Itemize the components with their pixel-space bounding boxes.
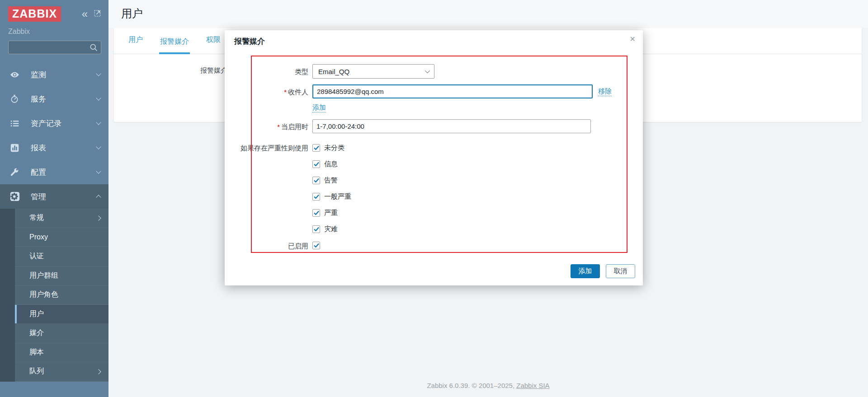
type-select[interactable]: Email_QQ xyxy=(312,64,434,79)
sidebar-menu-item[interactable]: 报表 xyxy=(0,135,108,160)
main-content: 用户 用户 报警媒介 权限 报警媒介 报警媒介 ✕ 类型 xyxy=(108,0,868,397)
inventory-list-icon xyxy=(10,118,20,128)
sidebar-submenu-item[interactable]: 用户群组 xyxy=(15,266,108,286)
required-asterisk: * xyxy=(277,123,280,131)
chevron-icon xyxy=(96,215,101,220)
severity-checkbox-row[interactable]: 告警 xyxy=(312,176,351,185)
sidebar-submenu-item[interactable]: 认证 xyxy=(15,247,108,266)
sidebar-submenu-item[interactable]: 脚本 xyxy=(15,343,108,363)
reports-chart-icon xyxy=(10,143,20,153)
chevron-icon xyxy=(96,144,101,149)
checkbox-checked[interactable] xyxy=(312,160,320,168)
enabled-label: 已启用 xyxy=(225,242,308,250)
chevron-icon xyxy=(96,95,101,100)
add-recipient-link[interactable]: 添加 xyxy=(312,103,326,112)
search-icon xyxy=(89,43,98,54)
chevron-icon xyxy=(96,168,101,173)
sidebar: ZABBIX « Zabbix 监测 服务 xyxy=(0,0,108,397)
when-active-label: 当启用时 xyxy=(281,123,308,131)
severity-checkbox-row[interactable]: 信息 xyxy=(312,160,351,168)
expand-fullscreen-icon[interactable] xyxy=(94,9,101,19)
gear-icon xyxy=(10,191,20,201)
zabbix-logo: ZABBIX xyxy=(8,6,61,22)
wrench-icon xyxy=(10,167,20,177)
sidebar-submenu-item[interactable]: 队列 xyxy=(15,362,108,382)
tab[interactable]: 报警媒介 xyxy=(159,37,190,54)
checkbox-checked[interactable] xyxy=(312,209,320,217)
checkbox-checked[interactable] xyxy=(312,193,320,201)
type-label: 类型 xyxy=(225,68,308,75)
page-title: 用户 xyxy=(121,6,143,21)
eye-icon xyxy=(10,70,20,79)
enabled-checkbox-row[interactable] xyxy=(312,242,320,249)
logo-row: ZABBIX « xyxy=(0,0,108,22)
checkbox-checked[interactable] xyxy=(312,225,320,233)
severity-label: 如果存在严重性则使用 xyxy=(225,144,308,152)
alert-media-dialog: 报警媒介 ✕ 类型 Email_QQ *收件人 移除 添加 *当启用时 如果存在… xyxy=(225,30,643,285)
chevron-down-icon xyxy=(425,68,430,73)
tab[interactable]: 权限 xyxy=(205,35,222,54)
collapse-sidebar-icon[interactable]: « xyxy=(82,10,88,18)
severity-checkbox-list: 未分类 信息 告警 xyxy=(312,144,351,234)
page-header xyxy=(108,0,868,28)
sendto-label: 收件人 xyxy=(288,88,308,96)
page-footer: Zabbix 6.0.39. © 2001–2025, Zabbix SIA xyxy=(108,382,868,389)
checkbox-checked[interactable] xyxy=(312,242,320,249)
sidebar-menu: 监测 服务 资产记录 报表 配置 xyxy=(0,62,108,209)
severity-checkbox-row[interactable]: 灾难 xyxy=(312,225,351,234)
close-icon[interactable]: ✕ xyxy=(630,35,636,43)
chevron-icon xyxy=(96,195,101,200)
search-input[interactable] xyxy=(8,41,101,54)
sidebar-menu-item[interactable]: 配置 xyxy=(0,160,108,184)
when-active-input[interactable] xyxy=(312,119,591,133)
checkbox-checked[interactable] xyxy=(312,144,320,152)
sidebar-submenu-item[interactable]: 媒介 xyxy=(15,324,108,343)
zabbix-sia-link[interactable]: Zabbix SIA xyxy=(516,382,549,389)
sidebar-submenu-item[interactable]: 用户 xyxy=(15,305,108,324)
required-asterisk: * xyxy=(284,88,287,96)
severity-checkbox-row[interactable]: 严重 xyxy=(312,209,351,217)
dialog-title: 报警媒介 xyxy=(234,36,265,47)
checkbox-checked[interactable] xyxy=(312,177,320,184)
chevron-icon xyxy=(96,71,101,76)
sidebar-menu-item[interactable]: 服务 xyxy=(0,87,108,111)
server-name: Zabbix xyxy=(0,22,108,36)
stopwatch-icon xyxy=(10,94,20,104)
sidebar-submenu: 常规 Proxy 认证 用户群组 用户角色 xyxy=(0,209,108,382)
sidebar-menu-item[interactable]: 监测 xyxy=(0,62,108,87)
sidebar-submenu-item[interactable]: 常规 xyxy=(15,209,108,228)
chevron-icon xyxy=(96,369,101,374)
sidebar-menu-item[interactable]: 管理 xyxy=(0,184,108,209)
severity-checkbox-row[interactable]: 未分类 xyxy=(312,144,351,152)
cancel-button[interactable]: 取消 xyxy=(606,264,635,278)
sidebar-menu-item[interactable]: 资产记录 xyxy=(0,111,108,135)
severity-checkbox-row[interactable]: 一般严重 xyxy=(312,192,351,201)
tab[interactable]: 用户 xyxy=(127,35,144,54)
add-button[interactable]: 添加 xyxy=(571,264,600,278)
background-media-label: 报警媒介 xyxy=(200,66,227,75)
sendto-input[interactable] xyxy=(312,84,593,98)
sidebar-submenu-item[interactable]: Proxy xyxy=(15,228,108,248)
chevron-icon xyxy=(96,120,101,125)
sidebar-submenu-item[interactable]: 用户角色 xyxy=(15,285,108,305)
remove-link[interactable]: 移除 xyxy=(598,87,612,96)
sidebar-footer-strip xyxy=(0,382,108,397)
